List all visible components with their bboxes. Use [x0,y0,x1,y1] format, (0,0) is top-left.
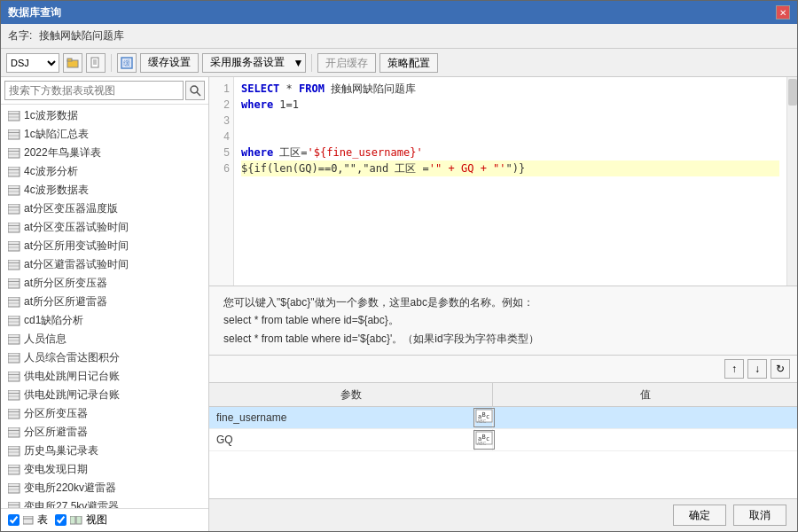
search-input[interactable] [4,81,184,100]
open-file-button[interactable] [63,53,82,73]
param-type-cell: a B c ABC [475,407,493,428]
move-up-button[interactable]: ↑ [724,359,744,379]
table-list-icon [8,241,20,252]
svg-rect-82 [23,516,33,524]
svg-text:c: c [486,413,489,420]
list-item[interactable]: 变电发现日期 [1,460,208,479]
list-item[interactable]: at分区变压器试验时间 [1,218,208,237]
param-row[interactable]: GQ a B c ABC [209,429,797,451]
cache-icon-button[interactable]: 缓 [117,53,137,73]
list-item[interactable]: 2022年鸟巢详表 [1,144,208,162]
list-item[interactable]: 供电处跳闸记录台账 [1,386,208,404]
list-item-label: at所分区所变压器 [24,276,107,291]
code-line: SELECT * FROM 接触网缺陷问题库 [241,81,779,97]
cancel-button[interactable]: 取消 [733,505,786,526]
line-number: 4 [209,129,233,145]
list-item-label: 供电处跳闸日记台账 [24,369,120,384]
param-value-cell [493,429,797,450]
list-item-label: 分区所避雷器 [24,425,88,440]
list-item[interactable]: 分区所避雷器 [1,423,208,442]
server-settings-label: 采用服务器设置 [210,55,285,70]
list-item-label: 供电处跳闸记录台账 [24,387,120,403]
separator-2 [311,54,312,72]
table-list-icon [8,111,20,121]
table-list-icon [8,334,20,345]
new-file-button[interactable] [86,53,106,73]
hint-line2: select * from table where id=${abc}。 [223,311,783,329]
list-item-label: 人员信息 [24,332,66,347]
type-icon: a B c ABC [473,408,495,427]
view-checkbox[interactable] [55,514,66,526]
editor-scrollbar[interactable] [786,77,797,286]
list-item-label: 历史鸟巢记录表 [24,443,98,458]
bottom-bar: 确定 取消 [209,498,797,531]
svg-rect-67 [8,465,20,474]
abc-icon: a B c ABC [475,431,493,447]
list-item[interactable]: at分区变压器温度版 [1,200,208,218]
list-item[interactable]: 变电所27.5kv避雷器 [1,497,208,508]
list-item[interactable]: 分区所变压器 [1,404,208,423]
list-item[interactable]: at所分区所变压器 [1,274,208,293]
table-list-icon [8,483,20,494]
list-item[interactable]: cd1缺陷分析 [1,311,208,330]
list-item[interactable]: 人员信息 [1,330,208,348]
svg-rect-13 [8,129,20,139]
list-item[interactable]: 4c波形数据表 [1,181,208,200]
left-panel: 1c波形数据 1c缺陷汇总表 2022年鸟巢详表 4c波形分析 4c波形数据表 [1,77,209,531]
code-line [241,129,779,145]
list-item-label: 分区所变压器 [24,406,88,421]
cache-settings-button[interactable]: 缓存设置 [140,53,199,73]
param-row[interactable]: fine_username a B c ABC [209,407,797,429]
toolbar: DSJ 缓 缓存设置 采用服务器 [1,49,797,77]
name-label: 名字: [8,28,32,43]
close-button[interactable]: ✕ [776,5,790,20]
table-list-icon [8,390,20,401]
list-item[interactable]: 4c波形分析 [1,162,208,181]
window-title: 数据库查询 [8,5,61,20]
svg-text:ABC: ABC [477,419,487,424]
code-line: where 1=1 [241,97,779,113]
editor-content[interactable]: SELECT * FROM 接触网缺陷问题库where 1=1where 工区=… [234,77,786,286]
left-footer: 表 视图 [1,508,208,531]
table-list: 1c波形数据 1c缺陷汇总表 2022年鸟巢详表 4c波形分析 4c波形数据表 [1,105,208,508]
view-footer-label: 视图 [86,512,107,528]
table-list-icon [8,353,20,364]
strategy-label: 策略配置 [387,57,430,69]
list-item-label: 1c缺陷汇总表 [24,127,89,142]
svg-rect-25 [8,204,20,214]
line-number: 6 [209,160,233,176]
code-line: ${if(len(GQ)==0,"","and 工区 ='" + GQ + "'… [241,160,779,176]
refresh-button[interactable]: ↻ [771,359,790,379]
svg-rect-31 [8,241,20,251]
list-item[interactable]: 1c波形数据 [1,106,208,125]
server-settings-button[interactable]: 采用服务器设置 [202,53,292,73]
param-type-cell: a B c ABC [475,429,493,450]
list-item-label: 4c波形数据表 [24,183,89,198]
list-item[interactable]: 历史鸟巢记录表 [1,442,208,460]
move-down-button[interactable]: ↓ [747,359,767,379]
search-button[interactable] [185,81,205,100]
name-bar: 名字: 接触网缺陷问题库 [1,24,797,49]
list-item-label: 4c波形分析 [24,164,78,179]
svg-rect-64 [8,446,20,456]
list-item[interactable]: 变电所220kv避雷器 [1,479,208,497]
list-item[interactable]: 供电处跳闸日记台账 [1,367,208,386]
list-item[interactable]: at所分区所避雷器 [1,293,208,311]
server-settings-dropdown[interactable]: ▼ [292,53,306,73]
table-list-icon [8,297,20,308]
table-list-icon [8,223,20,233]
table-list-icon [8,372,20,382]
enable-cache-label: 开启缓存 [325,57,368,69]
list-item[interactable]: 人员综合雷达图积分 [1,348,208,367]
scrollbar-thumb[interactable] [788,79,797,106]
list-item[interactable]: at分区避雷器试验时间 [1,255,208,274]
enable-cache-button[interactable]: 开启缓存 [317,53,376,73]
list-item[interactable]: at分区所用变试验时间 [1,237,208,255]
strategy-config-button[interactable]: 策略配置 [379,53,438,73]
list-item[interactable]: 1c缺陷汇总表 [1,125,208,144]
datasource-select[interactable]: DSJ [6,53,59,73]
svg-rect-22 [8,185,20,195]
confirm-button[interactable]: 确定 [673,505,726,526]
abc-icon: a B c ABC [475,409,493,425]
table-checkbox[interactable] [8,514,20,526]
